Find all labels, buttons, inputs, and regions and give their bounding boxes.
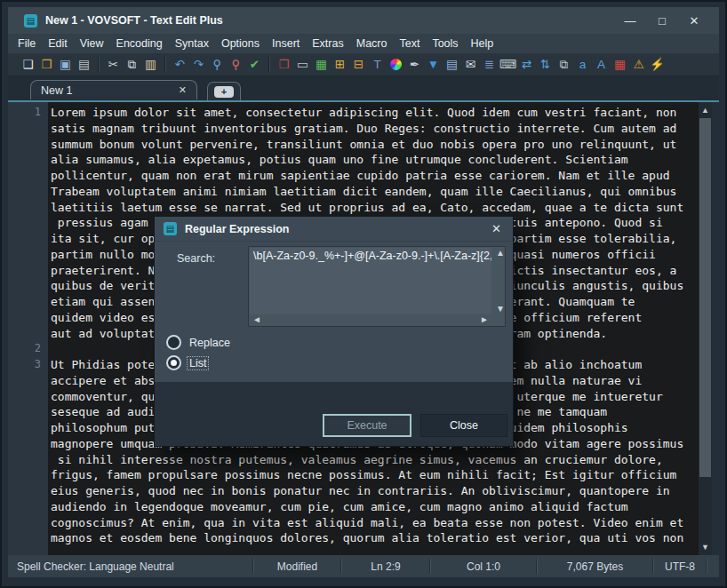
scroll-up-icon[interactable]: ▲: [496, 249, 505, 258]
line-number: [8, 200, 48, 216]
menu-macro[interactable]: Macro: [350, 37, 394, 50]
editor-line[interactable]: 1Lorem ipsum dolor sit amet, consectetur…: [8, 105, 699, 121]
menu-text[interactable]: Text: [393, 37, 426, 50]
dictionary-icon[interactable]: ❒: [275, 56, 293, 74]
scroll-down-icon[interactable]: ▼: [699, 541, 712, 553]
color-wheel-icon[interactable]: [390, 59, 402, 70]
status-column-indicator[interactable]: Col 1:0: [431, 560, 536, 573]
dialog-titlebar[interactable]: ▤ Regular Expression ✕: [155, 217, 513, 242]
application-window: ▤ New 1 - VOVSOFT - Text Edit Plus — □ ✕…: [0, 0, 727, 588]
menu-tools[interactable]: Tools: [426, 37, 464, 50]
editor-line[interactable]: magnos et eosdem bene longinquos dolores…: [8, 530, 699, 546]
list-radio[interactable]: List: [166, 355, 208, 370]
line-number: [8, 515, 48, 531]
copy-icon[interactable]: ⧉: [123, 56, 141, 74]
editor-line[interactable]: eius generis, quod nec in bonis ponatur …: [8, 483, 699, 499]
menu-edit[interactable]: Edit: [42, 37, 74, 50]
line-number: [8, 247, 48, 263]
editor-line[interactable]: laetitiis laetum esse se narrat. Sed ut …: [8, 200, 699, 216]
minimize-button[interactable]: —: [614, 14, 646, 28]
swap-vertical-icon[interactable]: ⇅: [536, 56, 555, 74]
windows-icon[interactable]: ⧉: [555, 56, 573, 74]
calendar-icon[interactable]: ▦: [611, 56, 629, 74]
editor-line[interactable]: Trabeam voluptatem animi nimiam laetitia…: [8, 184, 699, 200]
mail-icon[interactable]: ✉: [461, 56, 480, 74]
line-number: [8, 310, 48, 326]
status-modified-state[interactable]: Modified: [254, 560, 340, 573]
status-spell-checker[interactable]: Spell Checker: Language Neutral: [8, 560, 252, 573]
menu-syntax[interactable]: Syntax: [169, 37, 215, 50]
spell-check-icon[interactable]: ✔: [245, 56, 264, 74]
radio-circle-icon[interactable]: [166, 335, 181, 350]
editor-line[interactable]: alia sumamus, alia expetamus, potius qua…: [8, 152, 699, 168]
scrollbar-thumb[interactable]: [699, 118, 711, 477]
replace-radio[interactable]: Replace: [166, 335, 232, 350]
close-dialog-button[interactable]: Close: [420, 414, 507, 437]
scroll-down-icon[interactable]: ▼: [496, 305, 505, 314]
energy-icon[interactable]: ⚡: [648, 56, 667, 74]
font-icon[interactable]: T: [368, 56, 387, 74]
new-file-icon[interactable]: ❏: [19, 56, 37, 74]
editor-line[interactable]: satis magnam tribuunt inventoribus grati…: [8, 121, 699, 137]
numbered-list-icon[interactable]: ≣: [480, 56, 499, 74]
save-icon[interactable]: ▣: [56, 56, 75, 74]
menu-file[interactable]: File: [12, 37, 42, 50]
editor-line[interactable]: si nihil interesse nostra putemus, valea…: [8, 452, 699, 468]
undo-icon[interactable]: ↶: [171, 56, 189, 74]
swap-horizontal-icon[interactable]: ⇄: [517, 56, 536, 74]
editor-line[interactable]: pollicentur, quam non erat mirum sapient…: [8, 168, 699, 184]
monitor-icon[interactable]: ▭: [293, 56, 312, 74]
editor-line[interactable]: audiendo in legendoque moveamur, cum pie…: [8, 499, 699, 515]
line-text: Lorem ipsum dolor sit amet, consectetur …: [48, 105, 676, 121]
maximize-button[interactable]: □: [646, 14, 678, 28]
status-byte-count[interactable]: 7,067 Bytes: [538, 560, 652, 573]
redo-icon[interactable]: ↷: [189, 56, 208, 74]
find-icon[interactable]: ⚲: [208, 56, 227, 74]
menu-options[interactable]: Options: [215, 37, 266, 50]
lowercase-convert-icon[interactable]: a: [573, 56, 592, 74]
editor-line[interactable]: cognoscimus? At enim, qua in vita est al…: [8, 515, 699, 531]
filter-icon[interactable]: ▼: [424, 56, 443, 74]
new-tab-button[interactable]: +: [207, 82, 241, 100]
radio-circle-icon[interactable]: [166, 355, 181, 370]
window-list-icon[interactable]: ▤: [443, 56, 461, 74]
execute-button[interactable]: Execute: [323, 414, 411, 437]
keyboard-icon[interactable]: ⌨: [499, 56, 517, 74]
editor-vertical-scrollbar[interactable]: ▲ ▼: [699, 102, 712, 555]
line-number: 3: [8, 357, 48, 373]
window-title: New 1 - VOVSOFT - Text Edit Plus: [45, 14, 614, 27]
scroll-up-icon[interactable]: ▲: [699, 104, 712, 116]
search-vertical-scrollbar[interactable]: ▲ ▼: [492, 247, 505, 314]
encrypt-icon[interactable]: ⊞: [331, 56, 349, 74]
menu-insert[interactable]: Insert: [266, 37, 306, 50]
print-icon[interactable]: ▤: [75, 56, 93, 74]
find-replace-icon[interactable]: ⚲: [227, 56, 245, 74]
cut-icon[interactable]: ✂: [104, 56, 123, 74]
search-input[interactable]: \b[A-Za-z0-9._%+-]+@[A-Za-z0-9.-]+\.[A-Z…: [250, 248, 491, 314]
editor-line[interactable]: frigus, famem propulsare possimus necne …: [8, 467, 699, 483]
pen-icon[interactable]: ✒: [405, 56, 424, 74]
tab-close-icon[interactable]: ✕: [179, 84, 187, 96]
scroll-left-icon[interactable]: ◄: [252, 315, 261, 324]
menu-extras[interactable]: Extras: [306, 37, 349, 50]
dialog-close-icon[interactable]: ✕: [489, 222, 504, 235]
paste-icon[interactable]: ▥: [141, 56, 160, 74]
open-folder-icon[interactable]: ❒: [37, 56, 56, 74]
decrypt-icon[interactable]: ⊟: [349, 56, 368, 74]
statusbar-separator: [706, 559, 707, 574]
warning-icon[interactable]: ⚠: [629, 56, 648, 74]
tab-new-1[interactable]: New 1 ✕: [30, 80, 197, 99]
editor-line[interactable]: summum bonum volunt pervenire, transiliu…: [8, 137, 699, 153]
image-icon[interactable]: ▦: [312, 56, 331, 74]
status-line-indicator[interactable]: Ln 2:9: [342, 560, 429, 573]
search-label: Search:: [177, 252, 215, 265]
scroll-right-icon[interactable]: ►: [480, 315, 489, 324]
menu-view[interactable]: View: [74, 37, 110, 50]
status-encoding[interactable]: UTF-8: [654, 560, 706, 573]
menu-encoding[interactable]: Encoding: [110, 37, 169, 50]
search-horizontal-scrollbar[interactable]: ◄ ►: [249, 314, 492, 326]
line-text: summum bonum volunt pervenire, transiliu…: [48, 137, 676, 153]
close-button[interactable]: ✕: [678, 14, 710, 28]
uppercase-convert-icon[interactable]: A: [592, 56, 611, 74]
menu-help[interactable]: Help: [465, 37, 500, 50]
